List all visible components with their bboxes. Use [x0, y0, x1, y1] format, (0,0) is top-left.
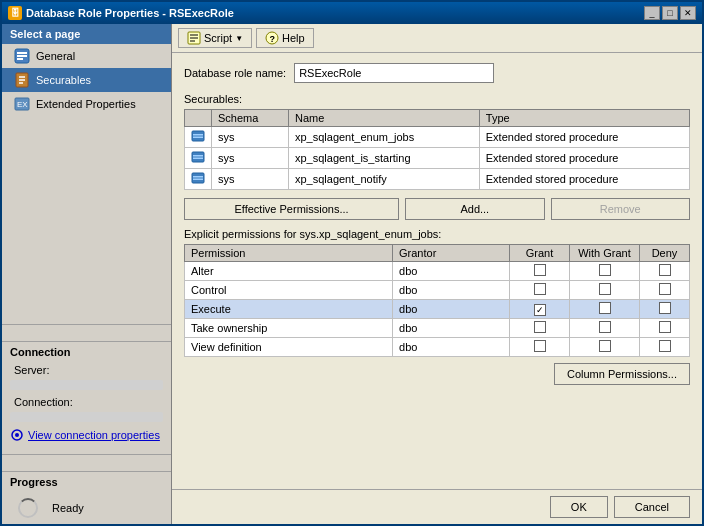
schema-cell: sys: [212, 148, 289, 169]
permission-cell: View definition: [185, 338, 393, 357]
progress-spinner: [18, 498, 38, 518]
role-name-input[interactable]: [294, 63, 494, 83]
extended-icon: EX: [14, 96, 30, 112]
perm-col-permission: Permission: [185, 245, 393, 262]
ready-label: Ready: [52, 502, 84, 514]
sidebar-item-extended[interactable]: EX Extended Properties: [2, 92, 171, 116]
checkbox[interactable]: [659, 264, 671, 276]
help-icon: ?: [265, 31, 279, 45]
type-cell: Extended stored procedure: [479, 148, 689, 169]
svg-rect-19: [193, 155, 203, 157]
svg-rect-2: [17, 55, 27, 57]
name-cell: xp_sqlagent_notify: [288, 169, 479, 190]
row-icon-cell: [185, 169, 212, 190]
sidebar: Select a page General: [2, 24, 172, 524]
svg-rect-3: [17, 58, 23, 60]
col-name: Name: [288, 110, 479, 127]
table-row[interactable]: sys xp_sqlagent_notify Extended stored p…: [185, 169, 690, 190]
deny-cell: [640, 281, 690, 300]
checkbox[interactable]: [659, 321, 671, 333]
close-button[interactable]: ✕: [680, 6, 696, 20]
connection-icon: [10, 428, 24, 442]
grant-cell: [510, 338, 570, 357]
table-row[interactable]: Take ownership dbo: [185, 319, 690, 338]
securables-row-icon: [191, 129, 205, 143]
add-button[interactable]: Add...: [405, 198, 544, 220]
table-row[interactable]: sys xp_sqlagent_enum_jobs Extended store…: [185, 127, 690, 148]
permission-cell: Control: [185, 281, 393, 300]
help-button[interactable]: ? Help: [256, 28, 314, 48]
perm-col-grantor: Grantor: [393, 245, 510, 262]
checkbox[interactable]: [534, 283, 546, 295]
checkbox[interactable]: [534, 304, 546, 316]
col-type: Type: [479, 110, 689, 127]
checkbox[interactable]: [599, 264, 611, 276]
sidebar-item-securables[interactable]: Securables: [2, 68, 171, 92]
table-row[interactable]: Execute dbo: [185, 300, 690, 319]
table-row[interactable]: Control dbo: [185, 281, 690, 300]
grantor-cell: dbo: [393, 300, 510, 319]
script-button[interactable]: Script ▼: [178, 28, 252, 48]
maximize-button[interactable]: □: [662, 6, 678, 20]
effective-permissions-button[interactable]: Effective Permissions...: [184, 198, 399, 220]
cancel-button[interactable]: Cancel: [614, 496, 690, 518]
table-row[interactable]: View definition dbo: [185, 338, 690, 357]
table-row[interactable]: sys xp_sqlagent_is_starting Extended sto…: [185, 148, 690, 169]
grant-cell: [510, 319, 570, 338]
svg-rect-21: [192, 173, 204, 183]
svg-text:EX: EX: [17, 100, 28, 109]
sidebar-nav: General Securables: [2, 44, 171, 320]
perm-col-grant: Grant: [510, 245, 570, 262]
progress-section: Progress: [2, 471, 171, 492]
column-perms-row: Column Permissions...: [184, 363, 690, 385]
securables-table: Schema Name Type sys xp_sqlagent_enum_jo…: [184, 109, 690, 190]
checkbox[interactable]: [659, 302, 671, 314]
script-icon: [187, 31, 201, 45]
grantor-cell: dbo: [393, 319, 510, 338]
sidebar-item-label: Extended Properties: [36, 98, 136, 110]
securables-row-icon: [191, 150, 205, 164]
securables-label: Securables:: [184, 93, 690, 105]
name-cell: xp_sqlagent_is_starting: [288, 148, 479, 169]
server-value: [10, 380, 163, 390]
server-label: Server:: [2, 362, 171, 378]
checkbox[interactable]: [534, 340, 546, 352]
with-grant-cell: [570, 262, 640, 281]
row-icon-cell: [185, 127, 212, 148]
title-bar-controls: _ □ ✕: [644, 6, 696, 20]
table-row[interactable]: Alter dbo: [185, 262, 690, 281]
permission-cell: Execute: [185, 300, 393, 319]
column-permissions-button[interactable]: Column Permissions...: [554, 363, 690, 385]
checkbox[interactable]: [659, 283, 671, 295]
minimize-button[interactable]: _: [644, 6, 660, 20]
connection-label: Connection:: [2, 394, 171, 410]
bottom-right: OK Cancel: [550, 496, 690, 518]
title-bar: 🗄 Database Role Properties - RSExecRole …: [2, 2, 702, 24]
securables-row-icon: [191, 171, 205, 185]
view-connection-link[interactable]: View connection properties: [2, 424, 171, 446]
checkbox[interactable]: [599, 321, 611, 333]
type-cell: Extended stored procedure: [479, 169, 689, 190]
checkbox[interactable]: [534, 264, 546, 276]
grantor-cell: dbo: [393, 262, 510, 281]
sidebar-header: Select a page: [2, 24, 171, 44]
deny-cell: [640, 262, 690, 281]
svg-rect-20: [193, 158, 203, 160]
sidebar-item-general[interactable]: General: [2, 44, 171, 68]
name-cell: xp_sqlagent_enum_jobs: [288, 127, 479, 148]
checkbox[interactable]: [599, 340, 611, 352]
checkbox[interactable]: [534, 321, 546, 333]
grant-cell: [510, 281, 570, 300]
with-grant-cell: [570, 319, 640, 338]
checkbox[interactable]: [659, 340, 671, 352]
deny-cell: [640, 338, 690, 357]
ok-button[interactable]: OK: [550, 496, 608, 518]
title-bar-left: 🗄 Database Role Properties - RSExecRole: [8, 6, 234, 20]
content-area: Script ▼ ? Help Database role name:: [172, 24, 702, 524]
checkbox[interactable]: [599, 283, 611, 295]
remove-button[interactable]: Remove: [551, 198, 690, 220]
checkbox[interactable]: [599, 302, 611, 314]
securables-icon: [14, 72, 30, 88]
svg-rect-22: [193, 176, 203, 178]
perm-col-deny: Deny: [640, 245, 690, 262]
